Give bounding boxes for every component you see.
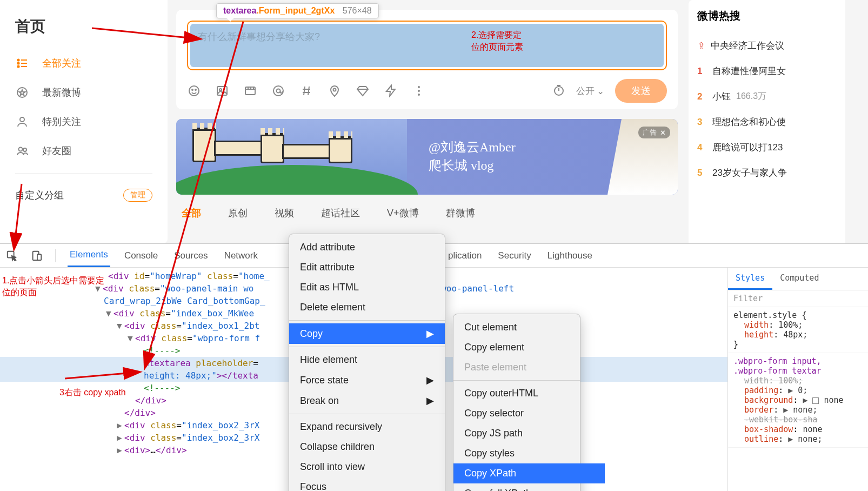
- banner-text: @刘逸云Amber 爬长城 vlog: [429, 138, 516, 175]
- svg-point-12: [192, 89, 193, 90]
- compose-toolbar: 公开⌄ 发送: [187, 79, 667, 103]
- devtools-tab-elements[interactable]: Elements: [68, 244, 110, 267]
- svg-point-27: [333, 89, 336, 91]
- sidebar-item-label: 特别关注: [42, 115, 81, 128]
- hot-item[interactable]: 4鹿晗说可以打123: [697, 135, 837, 160]
- divider: [15, 173, 152, 174]
- context-menu-copy-sub: Cut element Copy element Paste element C…: [453, 314, 580, 491]
- svg-point-11: [189, 86, 199, 96]
- ctx-copy-element[interactable]: Copy element: [453, 337, 605, 357]
- ad-banner[interactable]: @刘逸云Amber 爬长城 vlog 广告✕: [176, 119, 678, 195]
- ctx-force-state[interactable]: Force state▶: [289, 370, 445, 390]
- bolt-icon[interactable]: [384, 84, 398, 98]
- devtools-tab-network[interactable]: Network: [222, 245, 260, 267]
- compose-textarea-highlight: 有什么新鲜事想分享给大家? 2.选择需要定 位的页面元素: [187, 21, 667, 70]
- ctx-copy-js-path[interactable]: Copy JS path: [453, 423, 605, 443]
- ctx-edit-as-html[interactable]: Edit as HTML: [289, 277, 445, 297]
- tab-all[interactable]: 全部: [182, 207, 201, 220]
- svg-point-8: [20, 117, 24, 122]
- banner-illustration: [176, 119, 407, 195]
- sidebar-item-all-follow[interactable]: 全部关注: [0, 49, 168, 78]
- inspect-element-icon[interactable]: [5, 249, 18, 262]
- devtools-tab-application[interactable]: plication: [446, 245, 484, 267]
- ctx-break-on[interactable]: Break on▶: [289, 390, 445, 411]
- timer-icon[interactable]: [552, 84, 565, 98]
- ctx-copy-outerhtml[interactable]: Copy outerHTML: [453, 383, 605, 403]
- svg-rect-39: [37, 254, 41, 260]
- tab-group[interactable]: 群微博: [446, 207, 475, 220]
- ctx-add-attribute[interactable]: Add attribute: [289, 237, 445, 257]
- ctx-delete-element[interactable]: Delete element: [289, 297, 445, 317]
- styles-filter[interactable]: Filter: [728, 290, 868, 307]
- image-icon[interactable]: [215, 84, 229, 98]
- svg-point-33: [418, 94, 420, 96]
- styles-tab-computed[interactable]: Computed: [772, 268, 826, 290]
- context-menu-main: Add attribute Edit attribute Edit as HTM…: [289, 234, 445, 491]
- devtools-tab-sources[interactable]: Sources: [172, 245, 210, 267]
- sidebar: 首页 全部关注 最新微博 特别关注 好友圈 自定义分组: [0, 0, 168, 243]
- hot-item[interactable]: 3理想信念和初心使: [697, 109, 837, 135]
- hot-item-top[interactable]: ⇪ 中央经济工作会议: [697, 33, 837, 58]
- close-icon[interactable]: ✕: [660, 129, 666, 137]
- video-icon[interactable]: [243, 84, 257, 98]
- ctx-collapse-children[interactable]: Collapse children: [289, 437, 445, 457]
- ad-badge[interactable]: 广告✕: [638, 127, 670, 138]
- person-icon: [15, 115, 29, 129]
- hot-search-title: 微博热搜: [697, 9, 837, 23]
- devtools-tab-console[interactable]: Console: [122, 245, 160, 267]
- devtools-tab-lighthouse[interactable]: Lighthouse: [545, 245, 595, 267]
- sidebar-item-latest[interactable]: 最新微博: [0, 78, 168, 107]
- tab-video[interactable]: 视频: [275, 207, 294, 220]
- svg-point-10: [23, 148, 26, 151]
- list-icon: [15, 56, 29, 70]
- svg-point-2: [17, 65, 19, 67]
- annotation-1: 1.点击小箭头后选中需要定位的页面: [2, 275, 110, 299]
- emoji-icon[interactable]: [187, 84, 201, 98]
- ctx-copy[interactable]: Copy▶: [289, 323, 445, 344]
- compose-textarea[interactable]: 有什么新鲜事想分享给大家? 2.选择需要定 位的页面元素: [190, 24, 664, 67]
- svg-line-26: [308, 87, 309, 95]
- hash-icon[interactable]: [299, 84, 313, 98]
- hot-item[interactable]: 2小钰166.3万: [697, 84, 837, 109]
- ctx-copy-xpath[interactable]: Copy XPath: [453, 463, 605, 483]
- tab-supertopic[interactable]: 超话社区: [321, 207, 360, 220]
- send-button[interactable]: 发送: [615, 79, 667, 103]
- tab-vplus[interactable]: V+微博: [387, 207, 419, 220]
- ctx-edit-attribute[interactable]: Edit attribute: [289, 257, 445, 277]
- ctx-focus[interactable]: Focus: [289, 477, 445, 491]
- sidebar-item-special[interactable]: 特别关注: [0, 107, 168, 136]
- ctx-hide-element[interactable]: Hide element: [289, 350, 445, 370]
- ctx-copy-selector[interactable]: Copy selector: [453, 403, 605, 423]
- location-icon[interactable]: [328, 84, 342, 98]
- devtools-tab-security[interactable]: Security: [496, 245, 533, 267]
- svg-point-0: [17, 59, 19, 61]
- svg-point-32: [418, 90, 420, 92]
- more-icon[interactable]: [412, 84, 426, 98]
- svg-point-22: [277, 89, 281, 93]
- hot-item[interactable]: 523岁女子与家人争: [697, 160, 837, 185]
- sidebar-item-friends[interactable]: 好友圈: [0, 136, 168, 165]
- sidebar-group-label: 自定义分组: [15, 189, 64, 202]
- at-icon[interactable]: [271, 84, 285, 98]
- ctx-copy-styles[interactable]: Copy styles: [453, 443, 605, 463]
- inspector-tooltip: textarea.Form_input_2gtXx 576×48: [216, 3, 379, 18]
- svg-line-25: [304, 87, 305, 95]
- ctx-scroll-into-view[interactable]: Scroll into view: [289, 457, 445, 477]
- top-icon: ⇪: [697, 40, 705, 52]
- ctx-cut-element[interactable]: Cut element: [453, 317, 605, 337]
- visibility-dropdown[interactable]: 公开⌄: [576, 85, 604, 97]
- style-rule: .wbpro-form input, .wbpro-form textar wi…: [728, 353, 868, 448]
- annotation-2: 2.选择需要定 位的页面元素: [471, 29, 523, 54]
- sidebar-item-label: 最新微博: [42, 86, 81, 99]
- gem-icon[interactable]: [356, 84, 370, 98]
- hot-item[interactable]: 1自称遭性侵阿里女: [697, 58, 837, 84]
- styles-pane[interactable]: Styles Computed Filter element.style { w…: [727, 268, 868, 491]
- manage-button[interactable]: 管理: [123, 189, 152, 202]
- ctx-expand-recursively[interactable]: Expand recursively: [289, 417, 445, 437]
- device-toggle-icon[interactable]: [30, 249, 43, 262]
- styles-tab-styles[interactable]: Styles: [728, 268, 772, 290]
- ctx-copy-full-xpath[interactable]: Copy full XPath: [453, 483, 605, 491]
- compose-placeholder: 有什么新鲜事想分享给大家?: [198, 31, 320, 42]
- tab-original[interactable]: 原创: [228, 207, 248, 220]
- sidebar-item-label: 全部关注: [42, 57, 81, 70]
